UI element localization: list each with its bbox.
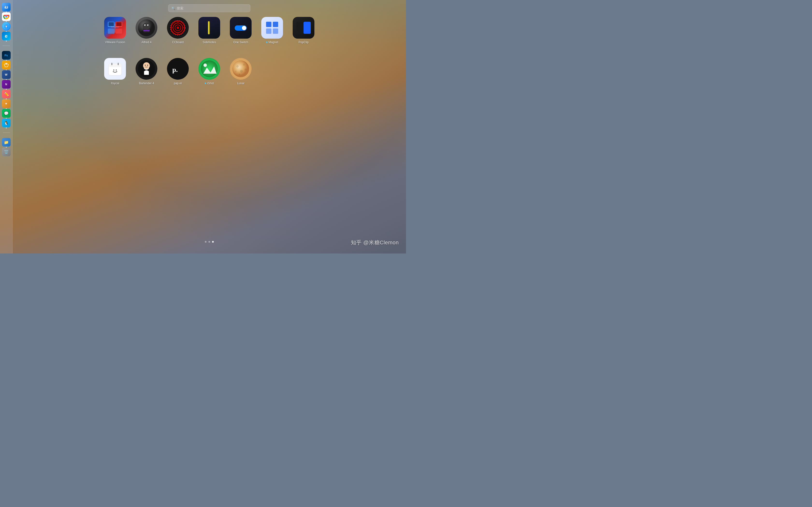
dock-item-safari[interactable]	[2, 22, 11, 31]
dock-item-files[interactable]: 📁	[2, 137, 11, 147]
magnet-indicator	[266, 42, 267, 43]
svg-rect-58	[118, 63, 119, 65]
ishot-indicator	[205, 82, 206, 84]
svg-rect-53	[304, 22, 311, 34]
watermark: 知乎 @米糖Clemon	[351, 239, 399, 246]
alfred-icon	[138, 19, 155, 36]
svg-rect-47	[266, 22, 271, 27]
dock-separator-1	[2, 41, 11, 50]
lunar-icon	[232, 60, 249, 77]
svg-point-70	[169, 60, 186, 77]
svg-point-67	[146, 69, 147, 70]
app-name-ccboard: CCboard	[172, 41, 184, 44]
dock-item-ps[interactable]: Ps	[2, 51, 11, 60]
svg-rect-0	[3, 4, 10, 10]
app-item-magnet[interactable]: Magnet	[258, 17, 287, 44]
svg-point-1	[5, 6, 6, 8]
page-indicators	[205, 241, 214, 243]
dock-item-onenote[interactable]: N	[2, 80, 11, 89]
svg-point-3	[5, 6, 5, 7]
app-item-ccboard[interactable]: CCboard	[163, 17, 192, 44]
svg-point-8	[6, 16, 7, 17]
magnet-icon	[264, 19, 281, 36]
dock-separator-2	[2, 128, 11, 137]
app-item-ishot[interactable]: iShot	[195, 58, 224, 85]
dock-item-word[interactable]: W	[2, 70, 11, 79]
svg-point-72	[201, 60, 218, 77]
search-input[interactable]	[176, 6, 247, 10]
app-item-paper[interactable]: p. pap.er	[163, 58, 192, 85]
app-name-itsycal: Itsycal	[111, 81, 119, 85]
svg-rect-56	[108, 65, 121, 67]
app-item-alfred[interactable]: Alfred 4	[132, 17, 161, 44]
search-bar[interactable]: 🔍	[168, 4, 250, 12]
page-dot-3[interactable]	[212, 241, 214, 243]
svg-rect-50	[273, 29, 278, 34]
app-item-lunar[interactable]: Lunar	[226, 58, 255, 85]
svg-point-77	[243, 64, 245, 66]
dock-item-chrome[interactable]	[2, 12, 11, 21]
svg-point-46	[242, 26, 246, 30]
svg-point-76	[236, 65, 239, 68]
svg-rect-28	[143, 30, 150, 31]
svg-rect-49	[266, 29, 271, 34]
itsycal-icon	[107, 60, 123, 77]
app-item-bartender[interactable]: Bartender 4	[132, 58, 161, 85]
ishot-icon	[201, 60, 218, 77]
app-name-vmware: VMware Fusion	[105, 41, 125, 44]
oneswitch-icon	[232, 19, 249, 36]
page-dot-1[interactable]	[205, 241, 207, 243]
svg-rect-19	[116, 22, 121, 26]
svg-rect-43	[208, 21, 209, 34]
dock-item-qq[interactable]: 🐧	[2, 118, 11, 127]
svg-point-59	[112, 68, 118, 74]
svg-point-75	[232, 60, 249, 77]
svg-point-27	[143, 23, 150, 30]
search-icon: 🔍	[171, 6, 175, 10]
dock-item-finder[interactable]	[2, 2, 11, 12]
dock-item-trash[interactable]: 🗑️	[2, 147, 11, 157]
vmware-icon	[107, 19, 123, 36]
app-name-lunar: Lunar	[237, 81, 245, 85]
svg-rect-48	[273, 22, 278, 27]
app-item-oneswitch[interactable]: One Switch	[226, 17, 255, 44]
launchpad: 🔍 VMware Fusion	[12, 0, 406, 253]
svg-rect-17	[108, 22, 114, 26]
svg-point-81	[239, 74, 240, 75]
dock-item-edge[interactable]: e	[2, 32, 11, 41]
ccboard-icon	[169, 19, 186, 36]
dock: e Ps W N ✏️ ★	[0, 0, 12, 253]
dock-item-sketch[interactable]	[2, 60, 11, 69]
finder-icon	[3, 4, 10, 10]
svg-rect-21	[115, 29, 122, 34]
svg-point-4	[6, 6, 7, 7]
sketch-icon	[4, 62, 9, 67]
page-dot-2[interactable]	[209, 241, 210, 243]
dock-item-wechat[interactable]: 💬	[2, 109, 11, 118]
svg-point-68	[145, 65, 146, 66]
dock-item-pencil[interactable]: ✏️	[2, 89, 11, 99]
app-grid: VMware Fusion	[99, 17, 319, 99]
sidenotes-icon	[201, 19, 218, 36]
app-item-popclip[interactable]: PopClip	[289, 17, 318, 44]
svg-point-78	[240, 70, 243, 73]
popclip-icon	[295, 19, 312, 36]
svg-point-32	[148, 25, 149, 25]
bartender-icon	[138, 60, 155, 77]
dock-item-reeder[interactable]: ★	[2, 99, 11, 108]
svg-point-74	[203, 63, 207, 67]
svg-point-61	[116, 69, 117, 70]
app-name-paper: pap.er	[174, 81, 182, 85]
app-item-vmware[interactable]: VMware Fusion	[101, 17, 130, 44]
safari-icon	[3, 23, 9, 30]
app-name-sidenotes: SideNotes	[203, 41, 216, 44]
app-item-sidenotes[interactable]: SideNotes	[195, 17, 224, 44]
app-name-alfred: Alfred 4	[141, 41, 151, 44]
chrome-icon	[3, 13, 9, 20]
svg-point-69	[147, 65, 148, 66]
svg-point-37	[176, 26, 179, 29]
svg-point-2	[6, 6, 8, 8]
svg-rect-20	[108, 29, 114, 34]
app-name-ishot: iShot	[205, 81, 214, 85]
app-item-itsycal[interactable]: Itsycal	[101, 58, 130, 85]
